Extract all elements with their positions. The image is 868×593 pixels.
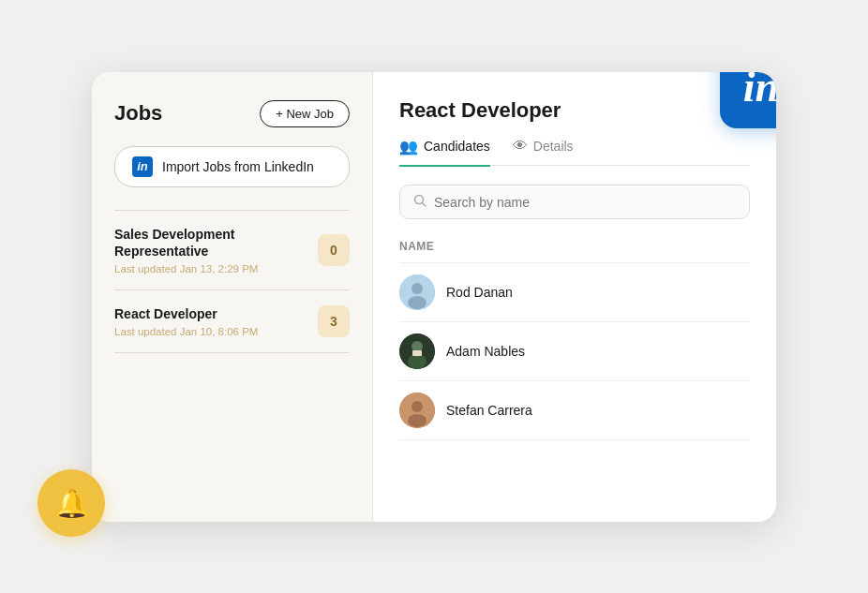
candidate-row[interactable]: Rod Danan xyxy=(399,263,750,322)
tab-details-label: Details xyxy=(533,139,574,154)
candidate-row[interactable]: Adam Nables xyxy=(399,322,750,381)
candidate-name: Rod Danan xyxy=(446,285,513,300)
job-list: Sales Development Representative Last up… xyxy=(114,210,350,354)
tab-candidates[interactable]: 👥 Candidates xyxy=(399,138,490,167)
job-item[interactable]: React Developer Last updated Jan 10, 8:0… xyxy=(114,290,350,353)
linkedin-small-icon: in xyxy=(132,156,153,177)
job-name: Sales Development Representative xyxy=(114,226,307,259)
job-item[interactable]: Sales Development Representative Last up… xyxy=(114,210,350,290)
import-linkedin-button[interactable]: in Import Jobs from LinkedIn xyxy=(114,146,350,187)
candidates-table: Name Rod Danan xyxy=(399,234,750,503)
import-label: Import Jobs from LinkedIn xyxy=(162,159,314,174)
job-count: 0 xyxy=(318,234,350,266)
tab-candidates-label: Candidates xyxy=(424,139,490,154)
svg-point-4 xyxy=(408,296,427,309)
job-name: React Developer xyxy=(114,305,307,322)
left-header: Jobs + New Job xyxy=(114,100,350,127)
job-info: React Developer Last updated Jan 10, 8:0… xyxy=(114,305,307,337)
linkedin-badge-text: in xyxy=(743,72,776,109)
svg-rect-8 xyxy=(412,350,422,356)
right-panel-title: React Developer xyxy=(399,98,750,123)
search-box xyxy=(399,185,750,219)
main-card: in Jobs + New Job in Import Jobs from Li… xyxy=(92,72,776,522)
tab-details[interactable]: 👁 Details xyxy=(513,138,574,167)
avatar xyxy=(399,334,435,369)
left-panel: Jobs + New Job in Import Jobs from Linke… xyxy=(92,72,373,522)
job-info: Sales Development Representative Last up… xyxy=(114,226,307,274)
right-panel: React Developer 👥 Candidates 👁 Details N… xyxy=(373,72,776,522)
candidates-icon: 👥 xyxy=(399,138,418,156)
linkedin-badge: in xyxy=(720,72,776,128)
avatar xyxy=(399,274,435,310)
candidate-name: Adam Nables xyxy=(446,344,525,359)
tabs: 👥 Candidates 👁 Details xyxy=(399,138,750,167)
job-updated: Last updated Jan 13, 2:29 PM xyxy=(114,263,307,274)
svg-point-10 xyxy=(412,401,423,412)
avatar xyxy=(399,393,435,428)
new-job-button[interactable]: + New Job xyxy=(260,100,350,127)
candidate-row[interactable]: Stefan Carrera xyxy=(399,381,750,440)
svg-line-1 xyxy=(423,203,427,207)
jobs-title: Jobs xyxy=(114,101,162,126)
job-count: 3 xyxy=(318,305,350,337)
svg-point-3 xyxy=(412,283,423,294)
candidate-name: Stefan Carrera xyxy=(446,403,532,418)
search-input[interactable] xyxy=(434,195,736,210)
svg-point-7 xyxy=(408,354,427,369)
notification-bell[interactable]: 🔔 xyxy=(37,469,105,537)
bell-icon: 🔔 xyxy=(54,487,89,520)
job-updated: Last updated Jan 10, 8:06 PM xyxy=(114,326,307,337)
details-icon: 👁 xyxy=(513,138,528,155)
search-icon xyxy=(413,194,427,210)
table-column-name: Name xyxy=(399,234,750,263)
svg-point-11 xyxy=(408,414,427,427)
